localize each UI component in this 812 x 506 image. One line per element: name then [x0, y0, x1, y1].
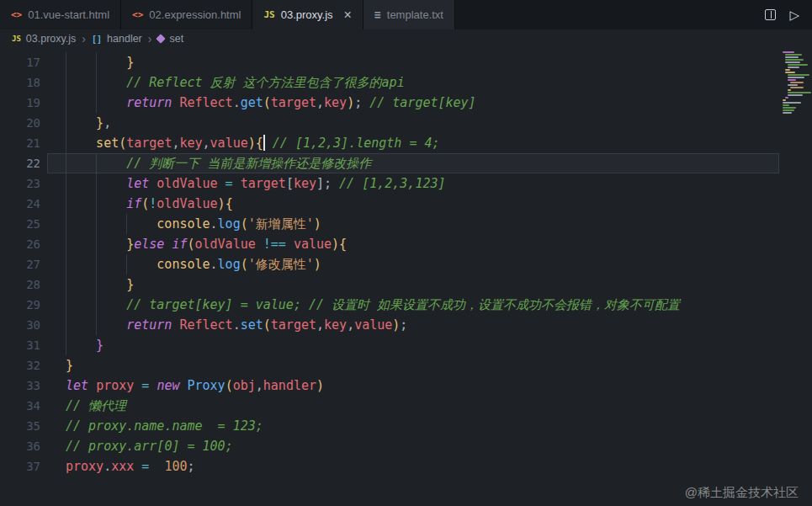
run-icon[interactable]: ▷ — [789, 8, 799, 21]
js-file-icon: JS — [12, 35, 21, 43]
code-text: } — [66, 274, 134, 295]
code-text: set(target,key,value){ // [1,2,3].length… — [66, 133, 440, 153]
minimap-line — [783, 104, 789, 106]
line-number[interactable]: 27 — [0, 254, 40, 274]
line-number[interactable]: 21 — [0, 133, 40, 153]
minimap-line — [785, 61, 800, 63]
code-line[interactable]: 33let proxy = new Proxy(obj,handler) — [0, 376, 812, 396]
line-number[interactable]: 25 — [0, 214, 40, 234]
code-line[interactable]: 20}, — [0, 113, 812, 133]
indent-guide — [66, 295, 96, 315]
code-text: let oldValue = target[key]; // [1,2,3,12… — [66, 173, 446, 194]
code-text: } — [66, 335, 103, 355]
line-number[interactable]: 35 — [0, 416, 40, 436]
indent-guide — [66, 234, 96, 254]
line-number[interactable]: 23 — [0, 173, 40, 194]
line-number[interactable]: 36 — [0, 436, 40, 456]
indent-guide — [96, 93, 126, 113]
close-tab-icon[interactable]: × — [344, 8, 352, 22]
code-line[interactable]: 19return Reflect.get(target,key); // tar… — [0, 93, 812, 113]
code-line[interactable]: 37proxy.xxx = 100; — [0, 456, 812, 477]
minimap-line — [785, 56, 799, 58]
minimap-line — [785, 59, 804, 61]
editor-actions: ▷ — [752, 0, 812, 29]
minimap-line — [790, 87, 804, 88]
line-number[interactable]: 26 — [0, 234, 40, 254]
code-line[interactable]: 21set(target,key,value){ // [1,2,3].leng… — [0, 133, 812, 153]
minimap[interactable] — [780, 48, 812, 506]
minimap-line — [788, 67, 799, 68]
txt-file-icon: ≡ — [374, 8, 381, 21]
line-number[interactable]: 30 — [0, 315, 40, 335]
line-number[interactable]: 24 — [0, 194, 40, 214]
code-line[interactable]: 31} — [0, 335, 812, 355]
tab-template-txt[interactable]: ≡ template.txt — [364, 0, 455, 29]
tab-01-vue-start-html[interactable]: <> 01.vue-start.html — [0, 0, 121, 29]
indent-guide — [96, 274, 126, 295]
minimap-line — [788, 77, 804, 78]
indent-guide — [126, 214, 157, 234]
code-text: }, — [66, 113, 111, 133]
minimap-line — [788, 64, 808, 66]
line-number[interactable]: 18 — [0, 72, 40, 93]
line-number[interactable]: 22 — [0, 153, 40, 173]
code-line[interactable]: 25console.log('新增属性') — [0, 214, 812, 234]
minimap-line — [783, 107, 796, 109]
breadcrumb-file[interactable]: 03.proxy.js — [26, 33, 77, 45]
line-number[interactable]: 33 — [0, 376, 40, 396]
code-line[interactable]: 35// proxy.name.name = 123; — [0, 416, 812, 436]
code-line[interactable]: 32} — [0, 355, 812, 376]
code-line[interactable]: 29// target[key] = value; // 设置时 如果设置不成功… — [0, 295, 812, 315]
code-text: console.log('新增属性') — [66, 214, 321, 234]
code-editor[interactable]: 17}18// Reflect 反射 这个方法里包含了很多的api19retur… — [0, 48, 812, 506]
indent-guide — [66, 93, 96, 113]
indent-guide — [96, 153, 126, 173]
indent-guide — [66, 214, 96, 234]
indent-guide — [66, 315, 96, 335]
breadcrumb-handler[interactable]: handler — [107, 33, 142, 45]
line-number[interactable]: 29 — [0, 295, 40, 315]
code-text: } — [66, 52, 134, 72]
watermark: @稀土掘金技术社区 — [685, 485, 799, 501]
split-editor-icon[interactable] — [765, 9, 776, 20]
indent-guide — [66, 335, 96, 355]
tab-03-proxy-js[interactable]: JS 03.proxy.js × — [252, 0, 364, 29]
code-line[interactable]: 36// proxy.arr[0] = 100; — [0, 436, 812, 456]
tab-bar: <> 01.vue-start.html <> 02.expression.ht… — [0, 0, 812, 29]
indent-guide — [96, 194, 126, 214]
code-text: if(!oldValue){ — [66, 194, 233, 214]
breadcrumb-set[interactable]: set — [169, 33, 183, 45]
code-line[interactable]: 26}else if(oldValue !== value){ — [0, 234, 812, 254]
code-text: } — [66, 355, 73, 376]
indent-guide — [66, 133, 96, 153]
code-text: // 懒代理 — [66, 396, 126, 416]
minimap-line — [783, 99, 786, 101]
indent-guide — [66, 274, 96, 295]
code-line[interactable]: 28} — [0, 274, 812, 295]
indent-guide — [96, 214, 126, 234]
tab-02-expression-html[interactable]: <> 02.expression.html — [121, 0, 252, 29]
code-line[interactable]: 17} — [0, 52, 812, 72]
line-number[interactable]: 19 — [0, 93, 40, 113]
code-line[interactable]: 34// 懒代理 — [0, 396, 812, 416]
line-number[interactable]: 28 — [0, 274, 40, 295]
indent-guide — [66, 72, 96, 93]
code-line[interactable]: 22// 判断一下 当前是新增操作还是修改操作 — [0, 153, 812, 173]
code-line[interactable]: 24if(!oldValue){ — [0, 194, 812, 214]
line-number[interactable]: 37 — [0, 456, 40, 477]
line-number[interactable]: 31 — [0, 335, 40, 355]
code-line[interactable]: 30return Reflect.set(target,key,value); — [0, 315, 812, 335]
indent-guide — [66, 173, 96, 194]
line-number[interactable]: 32 — [0, 355, 40, 376]
line-number[interactable]: 20 — [0, 113, 40, 133]
line-number[interactable]: 17 — [0, 52, 40, 72]
code-line[interactable]: 18// Reflect 反射 这个方法里包含了很多的api — [0, 72, 812, 93]
minimap-line — [785, 97, 788, 99]
indent-guide — [96, 315, 126, 335]
code-text: // Reflect 反射 这个方法里包含了很多的api — [66, 72, 405, 93]
indent-guide — [66, 194, 96, 214]
code-line[interactable]: 23let oldValue = target[key]; // [1,2,3,… — [0, 173, 812, 194]
line-number[interactable]: 34 — [0, 396, 40, 416]
code-line[interactable]: 27console.log('修改属性') — [0, 254, 812, 274]
minimap-line — [785, 54, 802, 56]
